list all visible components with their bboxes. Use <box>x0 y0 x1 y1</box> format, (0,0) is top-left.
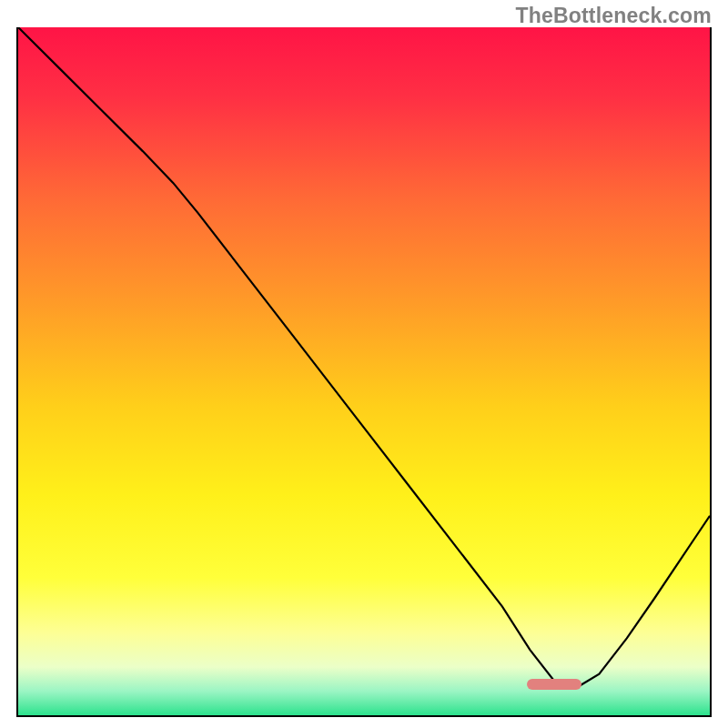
chart-frame <box>16 27 712 717</box>
watermark-text: TheBottleneck.com <box>515 4 712 28</box>
optimal-range-marker <box>527 679 582 690</box>
bottleneck-curve <box>18 27 710 715</box>
